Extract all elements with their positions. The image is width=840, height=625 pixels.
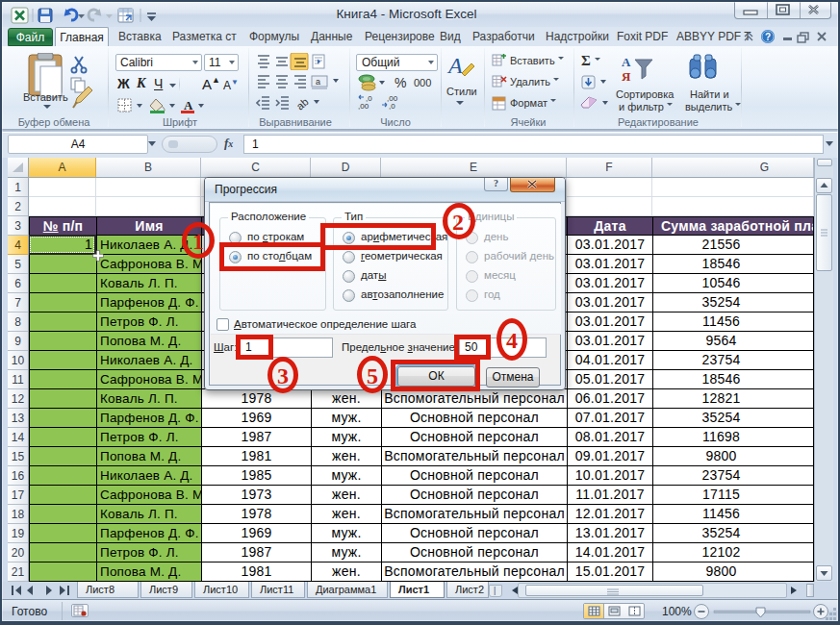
- svg-text:?: ?: [765, 32, 771, 42]
- svg-text:А: А: [184, 98, 193, 112]
- svg-text:Я: Я: [622, 69, 631, 83]
- svg-text:ab: ab: [294, 95, 311, 112]
- svg-text:a: a: [316, 77, 320, 87]
- svg-text:%: %: [395, 75, 406, 90]
- svg-text:,0: ,0: [389, 102, 395, 111]
- svg-text:А: А: [622, 55, 631, 69]
- svg-text:000: 000: [414, 77, 431, 88]
- svg-text:A: A: [446, 53, 463, 78]
- svg-text:,00: ,00: [358, 102, 369, 111]
